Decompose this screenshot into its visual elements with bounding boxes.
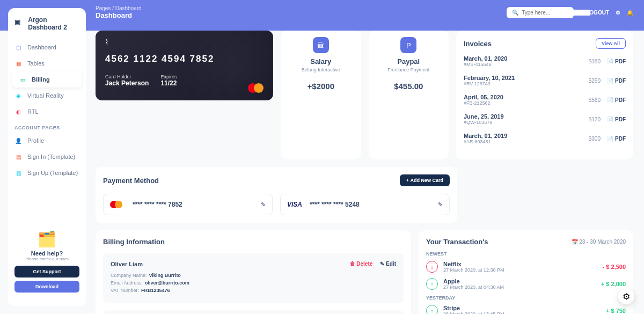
- billing-item: Lucas HarperCompany Name:Stone Tech Zone…: [103, 310, 404, 314]
- get-support-button[interactable]: Get Support: [14, 266, 79, 278]
- pencil-icon[interactable]: ✎: [438, 201, 443, 208]
- sidebar-item-dashboard[interactable]: ▢Dashboard: [8, 39, 86, 55]
- bell-icon[interactable]: 🔔: [627, 10, 633, 16]
- invoice-row: March, 01, 2020#MS-415646$180📄PDF: [464, 55, 626, 67]
- invoices-card: Invoices View All March, 01, 2020#MS-415…: [456, 31, 633, 159]
- date-range: 📅 23 - 30 March 2020: [572, 239, 626, 245]
- settings-fab[interactable]: ⚙: [618, 288, 634, 304]
- search-input[interactable]: [522, 10, 590, 16]
- paypal-icon: P: [400, 37, 416, 53]
- rocket-icon: ▥: [14, 169, 22, 177]
- help-sub: Please check our docs: [14, 257, 79, 261]
- visa-icon: VISA: [287, 201, 303, 208]
- help-title: Need help?: [14, 250, 79, 257]
- sidebar-item-profile[interactable]: 👤Profile: [8, 133, 86, 149]
- nav-section-label: ACCOUNT PAGES: [8, 120, 86, 133]
- pdf-button[interactable]: 📄PDF: [607, 116, 626, 122]
- payment-method-row: **** **** **** 7852 ✎: [103, 194, 273, 215]
- invoice-row: June, 25, 2019#QW-103578$120📄PDF: [464, 113, 626, 125]
- pencil-icon[interactable]: ✎: [261, 201, 266, 208]
- trash-icon: 🗑: [350, 261, 355, 267]
- sidebar-item-billing[interactable]: ▭Billing: [12, 71, 82, 87]
- brand-name: Argon Dashboard 2: [28, 16, 79, 31]
- add-new-card-button[interactable]: + Add New Card: [400, 174, 450, 186]
- sidebar-item-signin[interactable]: ▤Sign In (Template): [8, 149, 86, 165]
- pdf-icon: 📄: [607, 78, 613, 84]
- arrow-down-icon: ↓: [426, 261, 438, 273]
- breadcrumb: Pages / Dashboard: [96, 5, 142, 11]
- pdf-icon: 📄: [607, 97, 613, 103]
- pdf-button[interactable]: 📄PDF: [607, 97, 626, 103]
- salary-card: 🏛 Salary Belong Interactive +$2000: [281, 31, 361, 159]
- pdf-icon: 📄: [607, 59, 613, 64]
- arrow-up-icon: ↑: [426, 305, 438, 314]
- card-number: 4562 1122 4594 7852: [105, 54, 264, 64]
- invoice-row: April, 05, 2020#FB-212562$560📄PDF: [464, 94, 626, 106]
- transaction-row: ↑Stripe26 March 2020, at 13:45 PM+ $ 750: [426, 305, 626, 314]
- pdf-button[interactable]: 📄PDF: [607, 59, 626, 64]
- transaction-row: ↓Netflix27 March 2020, at 12:30 PM- $ 2,…: [426, 261, 626, 273]
- settings-icon[interactable]: ⚙: [616, 10, 620, 16]
- brand: ▣ Argon Dashboard 2: [8, 16, 86, 39]
- transactions-card: Your Transaction's 📅 23 - 30 March 2020 …: [419, 230, 633, 314]
- pdf-icon: 📄: [607, 136, 613, 142]
- folder-icon: 🗂️: [14, 230, 79, 248]
- mastercard-icon: [110, 201, 126, 208]
- sidebar-item-tables[interactable]: ▦Tables: [8, 55, 86, 71]
- sidebar-item-vr[interactable]: ◉Virtual Reality: [8, 87, 86, 104]
- user-icon: 👤: [14, 137, 22, 144]
- edit-button[interactable]: ✎ Edit: [380, 261, 396, 267]
- arrow-up-icon: ↑: [426, 278, 438, 290]
- search-icon: 🔍: [512, 10, 518, 16]
- logout-button[interactable]: ↪LOGOUT: [580, 10, 609, 16]
- mastercard-icon: [248, 83, 264, 93]
- gear-icon: ⚙: [623, 291, 630, 302]
- key-icon: ▤: [14, 153, 22, 160]
- wifi-icon: ⌇: [105, 38, 264, 46]
- sidebar-item-rtl[interactable]: ◐RTL: [8, 104, 86, 120]
- signout-icon: ↪: [580, 10, 584, 16]
- brand-icon: ▣: [14, 18, 24, 29]
- sidebar: ▣ Argon Dashboard 2 ▢Dashboard ▦Tables ▭…: [8, 8, 86, 306]
- invoice-row: February, 10, 2021#RV-126749$250📄PDF: [464, 75, 626, 86]
- payment-method-row: VISA **** **** **** 5248 ✎: [280, 194, 450, 215]
- page-title: Dashboard: [96, 11, 142, 19]
- delete-button[interactable]: 🗑 Delete: [350, 261, 373, 267]
- billing-item: Oliver LiamCompany Name:Viking BurritoEm…: [103, 253, 404, 303]
- calendar-icon: 📅: [572, 239, 578, 245]
- bank-icon: 🏛: [313, 37, 329, 53]
- pdf-icon: 📄: [607, 116, 613, 122]
- vr-icon: ◉: [14, 92, 22, 99]
- calendar-icon: ▦: [14, 60, 22, 67]
- search-box[interactable]: 🔍: [507, 7, 574, 18]
- download-button[interactable]: Download: [14, 281, 79, 293]
- transaction-row: ↑Apple27 March 2020, at 04:30 AM+ $ 2,00…: [426, 278, 626, 290]
- globe-icon: ◐: [14, 108, 22, 115]
- sidebar-item-signup[interactable]: ▥Sign Up (Template): [8, 165, 86, 181]
- invoice-row: March, 01, 2019#AR-803481$300📄PDF: [464, 133, 626, 144]
- view-all-button[interactable]: View All: [596, 38, 626, 49]
- pencil-icon: ✎: [380, 261, 384, 267]
- credit-card: ⌇ 4562 1122 4594 7852 Card HolderJack Pe…: [96, 31, 273, 100]
- billing-info-card: Billing Information Oliver LiamCompany N…: [96, 230, 411, 314]
- pdf-button[interactable]: 📄PDF: [607, 78, 626, 84]
- payment-method-card: Payment Method + Add New Card **** **** …: [96, 167, 457, 223]
- invoices-title: Invoices: [464, 40, 492, 48]
- card-icon: ▭: [19, 76, 26, 83]
- paypal-card: P Paypal Freelance Payment $455.00: [369, 31, 449, 159]
- monitor-icon: ▢: [14, 43, 22, 51]
- pdf-button[interactable]: 📄PDF: [607, 136, 626, 142]
